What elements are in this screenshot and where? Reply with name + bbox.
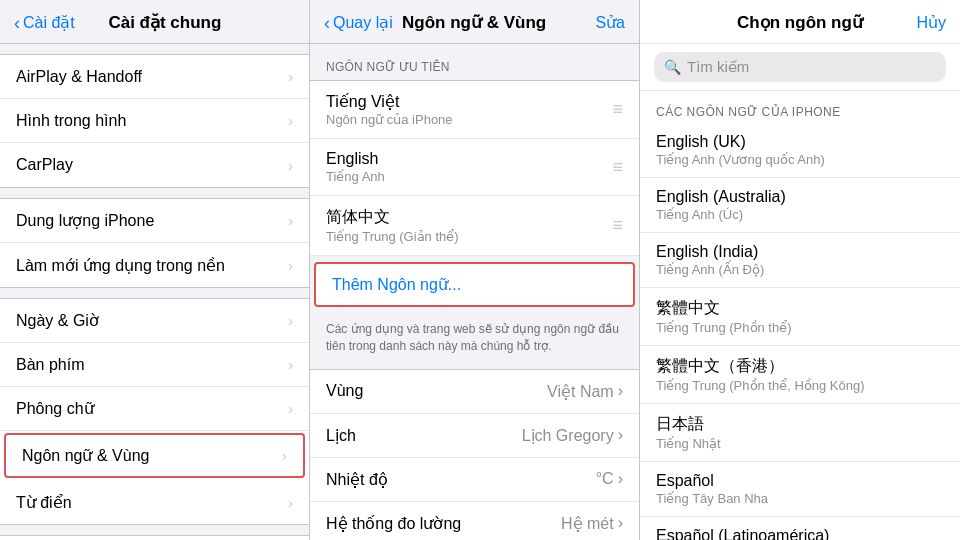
drag-handle-0: ≡ xyxy=(612,99,623,120)
choose-lang-name-4: 繁體中文（香港） xyxy=(656,356,944,377)
search-placeholder: Tìm kiếm xyxy=(687,58,936,76)
choose-lang-sub-3: Tiếng Trung (Phồn thể) xyxy=(656,320,944,335)
region-item-3[interactable]: Hệ thống đo lường Hệ mét › xyxy=(310,502,639,540)
settings-group-1: AirPlay & Handoff › Hình trong hình › Ca… xyxy=(0,54,309,188)
settings-item-pip[interactable]: Hình trong hình › xyxy=(0,99,309,143)
settings-item-label-carplay: CarPlay xyxy=(16,156,73,174)
back-button-p1[interactable]: ‹ Cài đặt xyxy=(14,13,75,32)
search-bar-container: 🔍 Tìm kiếm xyxy=(640,44,960,91)
settings-item-label-refresh: Làm mới ứng dụng trong nền xyxy=(16,256,225,275)
language-region-panel: ‹ Quay lại Ngôn ngữ & Vùng Sửa NGÔN NGỮ … xyxy=(310,0,640,540)
lang-sub-1: Tiếng Anh xyxy=(326,169,385,184)
region-item-2[interactable]: Nhiệt độ °C › xyxy=(310,458,639,502)
drag-handle-1: ≡ xyxy=(612,157,623,178)
chevron-icon-keyboard: › xyxy=(288,356,293,373)
settings-item-storage[interactable]: Dung lượng iPhone › xyxy=(0,199,309,243)
choose-lang-item-5[interactable]: 日本語 Tiếng Nhật xyxy=(640,404,960,462)
lang-sub-2: Tiếng Trung (Giản thể) xyxy=(326,229,459,244)
choose-lang-item-4[interactable]: 繁體中文（香港） Tiếng Trung (Phồn thể, Hồng Kôn… xyxy=(640,346,960,404)
chevron-icon-refresh: › xyxy=(288,257,293,274)
choose-lang-item-0[interactable]: English (UK) Tiếng Anh (Vương quốc Anh) xyxy=(640,123,960,178)
settings-item-label-storage: Dung lượng iPhone xyxy=(16,211,154,230)
edit-button-p2[interactable]: Sửa xyxy=(595,13,625,32)
settings-group-2: Dung lượng iPhone › Làm mới ứng dụng tro… xyxy=(0,198,309,288)
choose-lang-item-3[interactable]: 繁體中文 Tiếng Trung (Phồn thể) xyxy=(640,288,960,346)
choose-language-panel: Chọn ngôn ngữ Hủy 🔍 Tìm kiếm CÁC NGÔN NG… xyxy=(640,0,960,540)
settings-group-3: Ngày & Giờ › Bàn phím › Phông chữ › Ngôn… xyxy=(0,298,309,525)
panel2-header: ‹ Quay lại Ngôn ngữ & Vùng Sửa xyxy=(310,0,639,44)
region-label-1: Lịch xyxy=(326,426,356,445)
settings-item-label-airplay: AirPlay & Handoff xyxy=(16,68,142,86)
lang-sub-0: Ngôn ngữ của iPhone xyxy=(326,112,453,127)
settings-item-airplay[interactable]: AirPlay & Handoff › xyxy=(0,55,309,99)
choose-lang-sub-4: Tiếng Trung (Phồn thể, Hồng Kông) xyxy=(656,378,944,393)
chevron-region-0: › xyxy=(618,382,623,400)
region-item-1[interactable]: Lịch Lịch Gregory › xyxy=(310,414,639,458)
panel2-title: Ngôn ngữ & Vùng xyxy=(393,12,556,33)
choose-lang-item-2[interactable]: English (India) Tiếng Anh (Ấn Độ) xyxy=(640,233,960,288)
chevron-region-2: › xyxy=(618,470,623,488)
settings-item-vpn[interactable]: Quản lý VPN & Thiết bị › xyxy=(0,536,309,540)
choose-lang-sub-2: Tiếng Anh (Ấn Độ) xyxy=(656,262,944,277)
section-label-lang: NGÔN NGỮ ƯU TIÊN xyxy=(310,44,639,80)
region-item-0[interactable]: Vùng Việt Nam › xyxy=(310,370,639,414)
settings-item-fonts[interactable]: Phông chữ › xyxy=(0,387,309,431)
settings-item-label-language: Ngôn ngữ & Vùng xyxy=(22,446,149,465)
search-bar[interactable]: 🔍 Tìm kiếm xyxy=(654,52,946,82)
settings-item-label-pip: Hình trong hình xyxy=(16,112,126,130)
settings-item-carplay[interactable]: CarPlay › xyxy=(0,143,309,187)
choose-lang-name-2: English (India) xyxy=(656,243,944,261)
settings-item-datetime[interactable]: Ngày & Giờ › xyxy=(0,299,309,343)
choose-lang-name-5: 日本語 xyxy=(656,414,944,435)
lang-name-2: 简体中文 xyxy=(326,207,459,228)
back-button-p2[interactable]: ‹ Quay lại xyxy=(324,13,393,32)
iphone-langs-section-title: CÁC NGÔN NGỮ CỦA IPHONE xyxy=(640,91,960,123)
settings-item-label-datetime: Ngày & Giờ xyxy=(16,311,99,330)
lang-item-1[interactable]: English Tiếng Anh ≡ xyxy=(310,139,639,196)
settings-item-label-dictionary: Từ điển xyxy=(16,493,72,512)
back-label-p2: Quay lại xyxy=(333,13,393,32)
choose-lang-item-1[interactable]: English (Australia) Tiếng Anh (Úc) xyxy=(640,178,960,233)
back-label-p1: Cài đặt xyxy=(23,13,75,32)
add-language-button[interactable]: Thêm Ngôn ngữ... xyxy=(314,262,635,307)
settings-panel: ‹ Cài đặt Cài đặt chung AirPlay & Handof… xyxy=(0,0,310,540)
choose-lang-sub-0: Tiếng Anh (Vương quốc Anh) xyxy=(656,152,944,167)
lang-item-0[interactable]: Tiếng Việt Ngôn ngữ của iPhone ≡ xyxy=(310,80,639,139)
lang-item-text-2: 简体中文 Tiếng Trung (Giản thể) xyxy=(326,207,459,244)
choose-lang-sub-5: Tiếng Nhật xyxy=(656,436,944,451)
region-label-0: Vùng xyxy=(326,382,363,400)
chevron-region-3: › xyxy=(618,514,623,532)
choose-lang-name-3: 繁體中文 xyxy=(656,298,944,319)
chevron-icon-storage: › xyxy=(288,212,293,229)
chevron-region-1: › xyxy=(618,426,623,444)
lang-item-text-0: Tiếng Việt Ngôn ngữ của iPhone xyxy=(326,92,453,127)
choose-lang-sub-6: Tiếng Tây Ban Nha xyxy=(656,491,944,506)
settings-item-refresh[interactable]: Làm mới ứng dụng trong nền › xyxy=(0,243,309,287)
chevron-icon-pip: › xyxy=(288,112,293,129)
chevron-icon-airplay: › xyxy=(288,68,293,85)
chevron-icon-carplay: › xyxy=(288,157,293,174)
lang-item-text-1: English Tiếng Anh xyxy=(326,150,385,184)
back-chevron-icon: ‹ xyxy=(14,14,20,32)
settings-group-4: Quản lý VPN & Thiết bị › xyxy=(0,535,309,540)
lang-item-2[interactable]: 简体中文 Tiếng Trung (Giản thể) ≡ xyxy=(310,196,639,256)
settings-item-dictionary[interactable]: Từ điển › xyxy=(0,480,309,524)
choose-lang-item-6[interactable]: Español Tiếng Tây Ban Nha xyxy=(640,462,960,517)
settings-item-keyboard[interactable]: Bàn phím › xyxy=(0,343,309,387)
chevron-icon-language: › xyxy=(282,447,287,464)
choose-lang-item-7[interactable]: Español (Latinoamérica) Tiếng Tây Ban Nh… xyxy=(640,517,960,540)
choose-lang-name-0: English (UK) xyxy=(656,133,944,151)
chevron-icon-datetime: › xyxy=(288,312,293,329)
back-chevron-icon-p2: ‹ xyxy=(324,14,330,32)
region-value-0: Việt Nam › xyxy=(547,382,623,401)
lang-name-1: English xyxy=(326,150,385,168)
region-value-2: °C › xyxy=(596,470,623,488)
panel1-header: ‹ Cài đặt Cài đặt chung xyxy=(0,0,309,44)
panel3-title: Chọn ngôn ngữ xyxy=(654,12,946,33)
region-value-3: Hệ mét › xyxy=(561,514,623,533)
settings-item-language[interactable]: Ngôn ngữ & Vùng › xyxy=(4,433,305,478)
choose-lang-name-7: Español (Latinoamérica) xyxy=(656,527,944,540)
search-icon: 🔍 xyxy=(664,59,681,75)
panel3-header: Chọn ngôn ngữ Hủy xyxy=(640,0,960,44)
cancel-button-p3[interactable]: Hủy xyxy=(916,13,946,32)
